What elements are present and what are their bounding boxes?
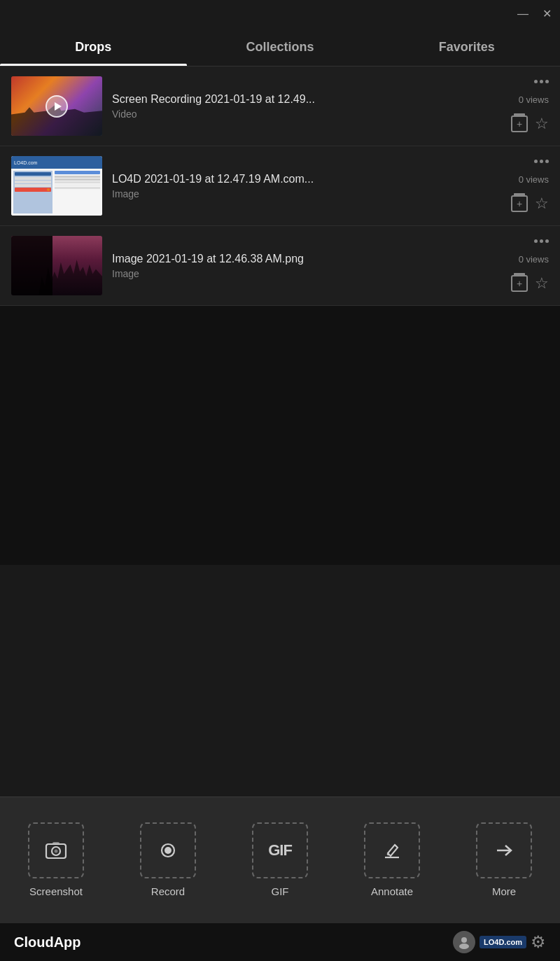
svg-point-3: [55, 850, 58, 853]
settings-icon[interactable]: ⚙: [531, 932, 546, 952]
minimize-button[interactable]: —: [517, 8, 528, 20]
drops-list: Screen Recording 2021-01-19 at 12.49... …: [0, 66, 560, 797]
drop-actions: 0 views ☆: [511, 239, 549, 292]
user-avatar: [453, 931, 475, 953]
tab-collections[interactable]: Collections: [187, 28, 374, 66]
toolbar-item-screenshot[interactable]: Screenshot: [0, 822, 112, 897]
record-icon-wrap: [140, 822, 196, 878]
bottom-toolbar: Screenshot Record GIF GIF Annotate: [0, 797, 560, 923]
action-icons: ☆: [511, 275, 549, 292]
annotate-label: Annotate: [371, 885, 413, 897]
views-count: 0 views: [519, 254, 549, 265]
action-icons: ☆: [511, 195, 549, 212]
drop-title: Image 2021-01-19 at 12.46.38 AM.png: [112, 253, 378, 265]
add-to-collection-button[interactable]: [511, 195, 528, 212]
record-label: Record: [151, 885, 185, 897]
more-dots-button[interactable]: [534, 160, 549, 163]
toolbar-item-record[interactable]: Record: [112, 822, 224, 897]
close-button[interactable]: ✕: [542, 8, 552, 20]
more-label: More: [492, 885, 516, 897]
drop-item: Screen Recording 2021-01-19 at 12.49... …: [0, 66, 560, 146]
status-icons: LO4D.com ⚙: [453, 931, 546, 953]
drop-actions: 0 views ☆: [511, 160, 549, 212]
tabs-container: Drops Collections Favorites: [0, 28, 560, 66]
tab-drops[interactable]: Drops: [0, 28, 187, 66]
drop-info: Image 2021-01-19 at 12.46.38 AM.png Imag…: [102, 253, 511, 279]
tab-favorites[interactable]: Favorites: [373, 28, 560, 66]
toolbar-item-gif[interactable]: GIF GIF: [224, 822, 336, 897]
views-count: 0 views: [519, 94, 549, 105]
views-count: 0 views: [519, 174, 549, 185]
gif-icon-wrap: GIF: [252, 822, 308, 878]
drop-thumbnail[interactable]: [11, 76, 102, 136]
camera-icon: [43, 838, 69, 863]
drop-info: Screen Recording 2021-01-19 at 12.49... …: [102, 93, 511, 120]
add-to-collection-button[interactable]: [511, 115, 528, 132]
drop-title: LO4D 2021-01-19 at 12.47.19 AM.com...: [112, 173, 378, 185]
play-button[interactable]: [46, 95, 68, 118]
title-bar: — ✕: [0, 0, 560, 28]
drop-type: Image: [112, 188, 501, 199]
drop-thumbnail[interactable]: [11, 236, 102, 295]
drop-thumbnail[interactable]: LO4D.com: [11, 156, 102, 216]
drop-item: LO4D.com: [0, 146, 560, 226]
add-to-collection-button[interactable]: [511, 275, 528, 292]
drop-actions: 0 views ☆: [511, 80, 549, 132]
status-bar: CloudApp LO4D.com ⚙: [0, 923, 560, 961]
svg-point-9: [459, 944, 469, 949]
toolbar-item-more[interactable]: More: [448, 822, 560, 897]
svg-rect-2: [52, 842, 59, 845]
drop-info: LO4D 2021-01-19 at 12.47.19 AM.com... Im…: [102, 173, 511, 199]
more-dots-button[interactable]: [534, 80, 549, 83]
favorite-button[interactable]: ☆: [535, 196, 549, 211]
gif-label: GIF: [272, 885, 289, 897]
more-icon-wrap: [476, 822, 532, 878]
drop-type: Image: [112, 268, 501, 279]
record-icon: [155, 838, 181, 863]
toolbar-item-annotate[interactable]: Annotate: [336, 822, 448, 897]
svg-point-8: [461, 937, 467, 943]
svg-point-5: [164, 847, 172, 854]
more-arrow-icon: [491, 838, 517, 863]
app-name: CloudApp: [14, 934, 81, 951]
favorite-button[interactable]: ☆: [535, 116, 549, 132]
user-icon: [457, 935, 471, 949]
annotate-icon: [379, 838, 405, 863]
favorite-button[interactable]: ☆: [535, 276, 549, 291]
gif-icon: GIF: [268, 841, 292, 860]
screenshot-label: Screenshot: [29, 885, 83, 897]
empty-area: [0, 306, 560, 565]
more-dots-button[interactable]: [534, 239, 549, 243]
annotate-icon-wrap: [364, 822, 420, 878]
action-icons: ☆: [511, 115, 549, 132]
lo4d-badge: LO4D.com: [479, 936, 526, 948]
drop-title: Screen Recording 2021-01-19 at 12.49...: [112, 93, 378, 106]
drop-type: Video: [112, 108, 501, 120]
drop-item: Image 2021-01-19 at 12.46.38 AM.png Imag…: [0, 226, 560, 306]
screenshot-icon-wrap: [28, 822, 84, 878]
